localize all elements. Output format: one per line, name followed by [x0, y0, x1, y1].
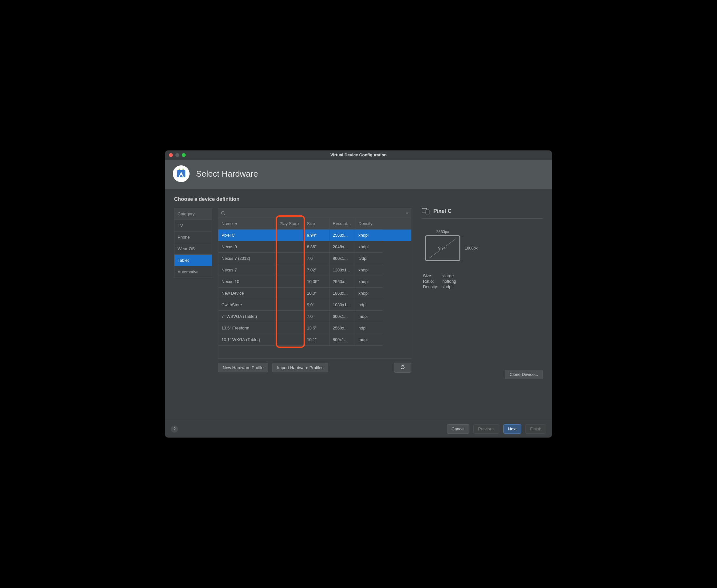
- table-cell: mdpi: [355, 334, 383, 345]
- devices-icon: [422, 208, 429, 214]
- help-button[interactable]: ?: [171, 425, 178, 433]
- column-header[interactable]: Name▼: [218, 218, 276, 230]
- previous-button: Previous: [473, 424, 499, 434]
- table-cell: 800x1...: [330, 253, 355, 264]
- table-row[interactable]: Nexus 7 (2012)7.0"800x1...tvdpi: [218, 253, 411, 264]
- finish-button: Finish: [525, 424, 546, 434]
- table-row[interactable]: 10.1" WXGA (Tablet)10.1"800x1...mdpi: [218, 334, 411, 345]
- device-preview: 2560px 9.94" 1800px: [425, 231, 470, 267]
- table-cell: 2560x...: [330, 276, 355, 288]
- table-cell: 10.05": [304, 276, 330, 288]
- table-cell: New Device: [218, 288, 276, 299]
- table-cell: 7.0": [304, 253, 330, 264]
- table-cell: xhdpi: [355, 264, 383, 276]
- table-cell: 9.0": [304, 299, 330, 311]
- search-icon: [221, 211, 225, 215]
- table-cell: [276, 311, 304, 322]
- spec-ratio-label: Ratio:: [423, 279, 442, 284]
- table-cell: Nexus 10: [218, 276, 276, 288]
- table-cell: 10.0": [304, 288, 330, 299]
- table-cell: [276, 264, 304, 276]
- category-list: Category TVPhoneWear OSTabletAutomotive: [174, 208, 212, 278]
- category-item[interactable]: Automotive: [174, 266, 212, 278]
- table-cell: [276, 253, 304, 264]
- category-item[interactable]: Wear OS: [174, 243, 212, 255]
- table-cell: xhdpi: [355, 241, 383, 253]
- preview-height-label: 1800px: [465, 246, 478, 251]
- table-row[interactable]: CwithStore9.0"1080x1...hdpi: [218, 299, 411, 311]
- section-title: Choose a device definition: [174, 196, 543, 202]
- table-cell: hdpi: [355, 322, 383, 334]
- table-cell: hdpi: [355, 299, 383, 311]
- zoom-icon[interactable]: [182, 153, 186, 157]
- table-cell: 1860x...: [330, 288, 355, 299]
- table-cell: [276, 288, 304, 299]
- column-header[interactable]: Play Store: [276, 218, 304, 230]
- dialog-footer: ? Cancel Previous Next Finish: [165, 420, 552, 438]
- table-cell: [276, 241, 304, 253]
- close-icon[interactable]: [169, 153, 173, 157]
- svg-point-3: [181, 173, 182, 175]
- category-header: Category: [174, 208, 212, 220]
- table-row[interactable]: 7" WSVGA (Tablet)7.0"600x1...mdpi: [218, 311, 411, 322]
- android-studio-icon: [173, 165, 190, 182]
- table-cell: 7.02": [304, 264, 330, 276]
- table-row[interactable]: Nexus 1010.05"2560x...xhdpi: [218, 276, 411, 288]
- page-title: Select Hardware: [196, 169, 258, 179]
- table-cell: [276, 334, 304, 345]
- column-header[interactable]: Resolution: [330, 218, 355, 230]
- table-cell: [276, 322, 304, 334]
- category-item[interactable]: Tablet: [174, 255, 212, 266]
- cancel-button[interactable]: Cancel: [447, 424, 469, 434]
- table-row[interactable]: Nexus 98.86"2048x...xhdpi: [218, 241, 411, 253]
- preview-pane: Pixel C 2560px 9.94" 1800px Size:: [417, 208, 543, 379]
- category-item[interactable]: Phone: [174, 231, 212, 243]
- column-header[interactable]: Size: [304, 218, 330, 230]
- spec-density-label: Density:: [423, 284, 442, 289]
- table-cell: 10.1": [304, 334, 330, 345]
- table-cell: Nexus 7 (2012): [218, 253, 276, 264]
- refresh-button[interactable]: [394, 363, 412, 373]
- window-title: Virtual Device Configuration: [165, 152, 552, 157]
- table-row[interactable]: New Device10.0"1860x...xhdpi: [218, 288, 411, 299]
- table-cell: [276, 299, 304, 311]
- svg-rect-7: [426, 210, 429, 214]
- dialog-window: Virtual Device Configuration Select Hard…: [165, 150, 552, 438]
- table-cell: 13.5" Freeform: [218, 322, 276, 334]
- table-cell: [276, 276, 304, 288]
- search-input[interactable]: [227, 210, 405, 215]
- column-header[interactable]: Density: [355, 218, 383, 230]
- table-row[interactable]: 13.5" Freeform13.5"2560x...hdpi: [218, 322, 411, 334]
- preview-width-label: 2560px: [425, 230, 460, 234]
- chevron-down-icon[interactable]: [405, 211, 408, 214]
- spec-density-value: xhdpi: [442, 284, 543, 289]
- refresh-icon: [400, 365, 405, 370]
- table-cell: xhdpi: [355, 288, 383, 299]
- table-cell: [276, 230, 304, 241]
- table-cell: Nexus 7: [218, 264, 276, 276]
- table-header-row: Name▼Play StoreSizeResolutionDensity: [218, 218, 411, 230]
- svg-point-1: [178, 169, 180, 170]
- table-cell: 8.86": [304, 241, 330, 253]
- table-cell: 2048x...: [330, 241, 355, 253]
- minimize-icon[interactable]: [175, 153, 179, 157]
- table-cell: Pixel C: [218, 230, 276, 241]
- import-hardware-profiles-button[interactable]: Import Hardware Profiles: [272, 363, 328, 372]
- table-cell: 9.94": [304, 230, 330, 241]
- svg-point-2: [183, 169, 184, 170]
- preview-diagonal-label: 9.94": [437, 246, 448, 251]
- next-button[interactable]: Next: [503, 424, 522, 434]
- table-row[interactable]: Pixel C9.94"2560x...xhdpi: [218, 230, 411, 241]
- table-cell: 2560x...: [330, 322, 355, 334]
- table-cell: xhdpi: [355, 230, 383, 241]
- table-cell: 10.1" WXGA (Tablet): [218, 334, 276, 345]
- table-cell: 13.5": [304, 322, 330, 334]
- table-cell: 2560x...: [330, 230, 355, 241]
- category-item[interactable]: TV: [174, 220, 212, 231]
- device-table: Name▼Play StoreSizeResolutionDensity Pix…: [218, 217, 412, 359]
- search-field[interactable]: [218, 208, 412, 217]
- clone-device-button[interactable]: Clone Device...: [505, 370, 543, 379]
- table-row[interactable]: Nexus 77.02"1200x1...xhdpi: [218, 264, 411, 276]
- titlebar: Virtual Device Configuration: [165, 150, 552, 160]
- new-hardware-profile-button[interactable]: New Hardware Profile: [218, 363, 268, 372]
